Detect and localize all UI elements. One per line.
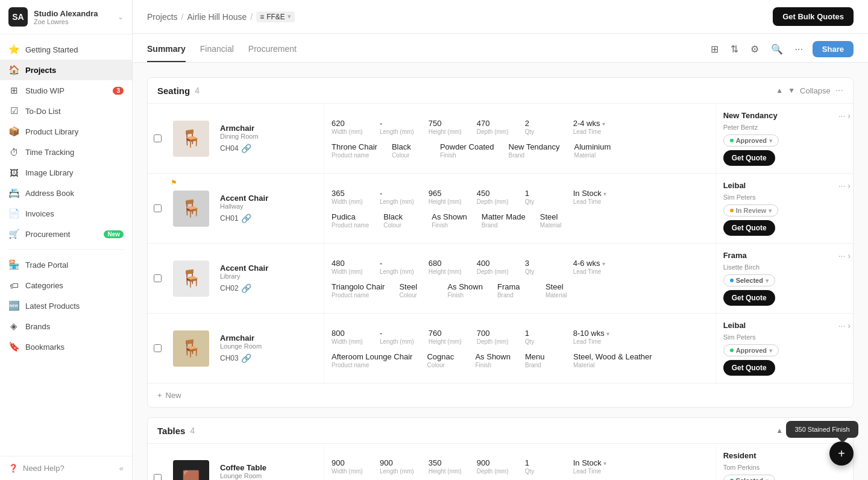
brands-icon: ◈: [8, 321, 19, 332]
tab-procurement[interactable]: Procurement: [248, 37, 297, 62]
row-checkbox[interactable]: [154, 204, 162, 212]
length-label: Length (mm): [380, 338, 414, 345]
sidebar-item-bookmarks[interactable]: 🔖 Bookmarks: [0, 336, 132, 357]
sidebar-item-product-library[interactable]: 📦 Product Library: [0, 121, 132, 142]
sidebar-item-invoices[interactable]: 📄 Invoices: [0, 203, 132, 224]
product-link-icon[interactable]: 🔗: [241, 213, 251, 223]
row-select[interactable]: [148, 104, 167, 173]
qty-label: Qty: [525, 468, 559, 475]
detail-lead-time: 4-6 wks ▾ Lead Time: [566, 259, 614, 275]
get-bulk-quotes-button[interactable]: Get Bulk Quotes: [773, 7, 854, 26]
sidebar-item-to-do-list[interactable]: ☑ To-Do List: [0, 101, 132, 121]
search-button[interactable]: 🔍: [769, 41, 785, 57]
company-name: Studio Alexandra: [34, 9, 112, 18]
row-select[interactable]: [148, 244, 167, 313]
detail-height: 350 Height (mm): [421, 458, 470, 475]
row-more-button[interactable]: ···: [838, 321, 846, 330]
sidebar-header[interactable]: SA Studio Alexandra Zoe Lowres ⌄: [0, 0, 132, 34]
row-checkbox[interactable]: [154, 274, 162, 282]
view-toggle-button[interactable]: ⊞: [708, 41, 721, 57]
sidebar-item-getting-started[interactable]: ⭐ Getting Started: [0, 39, 132, 60]
sort-button[interactable]: ⇅: [728, 41, 741, 57]
add-new-button[interactable]: +New: [148, 384, 853, 407]
row-expand-button[interactable]: ›: [848, 111, 851, 121]
row-checkbox[interactable]: [154, 134, 162, 142]
detail-height: 965 Height (mm): [421, 189, 470, 205]
status-badge[interactable]: In Review ▾: [723, 204, 779, 216]
sidebar-item-latest-products[interactable]: 🆕 Latest Products: [0, 295, 132, 316]
sidebar-collapse-icon[interactable]: «: [119, 464, 124, 473]
sidebar-footer[interactable]: ❓ Need Help? «: [0, 456, 132, 480]
supplier-contact: Sim Peters: [723, 194, 756, 201]
lead-time-label: Lead Time: [573, 198, 607, 205]
filter-button[interactable]: ⚙: [748, 41, 761, 57]
get-quote-button[interactable]: Get Quote: [723, 150, 775, 166]
sidebar-item-image-library[interactable]: 🖼 Image Library: [0, 162, 132, 183]
detail-lead-time: In Stock ▾ Lead Time: [566, 458, 614, 475]
section-dropdown-icon[interactable]: ▾: [288, 13, 291, 21]
status-badge[interactable]: Selected ▾: [723, 274, 775, 286]
breadcrumb-project[interactable]: Airlie Hill House: [187, 12, 247, 22]
height-value: 680: [429, 259, 462, 268]
detail-length: 900 Length (mm): [373, 458, 421, 475]
row-more-button[interactable]: ···: [838, 251, 846, 261]
sidebar-item-studio-wip[interactable]: ⊞ Studio WIP 3: [0, 80, 132, 101]
row-expand-button[interactable]: ›: [848, 181, 851, 191]
product-link-icon[interactable]: 🔗: [241, 144, 251, 153]
section-down-button[interactable]: ▼: [788, 86, 795, 95]
row-checkbox[interactable]: [154, 344, 162, 352]
row-select[interactable]: [148, 314, 167, 383]
product-details: 365 Width (mm) - Length (mm) 965 Height …: [324, 174, 715, 243]
row-select[interactable]: [148, 444, 167, 480]
bookmarks-label: Bookmarks: [25, 343, 64, 352]
row-more-button[interactable]: ···: [838, 111, 846, 121]
tab-summary[interactable]: Summary: [147, 37, 186, 62]
sidebar-item-projects[interactable]: 🏠 Projects: [0, 60, 132, 80]
product-image: 🪑: [167, 104, 215, 173]
get-quote-button[interactable]: Get Quote: [723, 220, 775, 236]
status-dot: [730, 349, 734, 352]
product-library-label: Product Library: [25, 127, 78, 136]
product-link-icon[interactable]: 🔗: [241, 283, 251, 293]
tab-financial[interactable]: Financial: [200, 37, 234, 62]
address-book-label: Address Book: [25, 189, 74, 198]
detail-height: 750 Height (mm): [421, 119, 470, 135]
depth-value: 700: [477, 329, 511, 338]
status-badge[interactable]: Approved ▾: [723, 134, 779, 147]
status-badge[interactable]: Approved ▾: [723, 344, 779, 356]
sidebar-item-time-tracking[interactable]: ⏱ Time Tracking: [0, 142, 132, 162]
width-label: Width (mm): [332, 128, 365, 135]
breadcrumb-projects[interactable]: Projects: [147, 12, 178, 22]
row-checkbox[interactable]: [154, 474, 162, 480]
row-select[interactable]: [148, 174, 167, 243]
tabs-bar: SummaryFinancialProcurement ⊞ ⇅ ⚙ 🔍 ··· …: [133, 34, 868, 63]
sidebar-item-categories[interactable]: 🏷 Categories: [0, 275, 132, 295]
get-quote-button[interactable]: Get Quote: [723, 290, 775, 306]
product-link-icon[interactable]: 🔗: [241, 353, 251, 363]
more-options-button[interactable]: ···: [793, 42, 805, 57]
section-more-button[interactable]: ···: [835, 85, 843, 96]
detail-lead-time: In Stock ▾ Lead Time: [566, 189, 614, 205]
brand-value: Menu: [525, 352, 559, 361]
colour-label: Colour: [427, 362, 461, 368]
row-expand-button[interactable]: ›: [848, 251, 851, 261]
sidebar-item-brands[interactable]: ◈ Brands: [0, 316, 132, 336]
pname-label: Product name: [332, 292, 385, 298]
section-header-seating: Seating 4 ▲ ▼ Collapse ···: [148, 78, 853, 104]
row-more-button[interactable]: ···: [838, 181, 846, 191]
sidebar-item-procurement[interactable]: 🛒 Procurement New: [0, 224, 132, 244]
section-up-button[interactable]: ▲: [776, 426, 783, 435]
product-location: Lounge Room: [220, 472, 319, 479]
status-badge[interactable]: Selected ▾: [723, 475, 775, 480]
floating-add-button[interactable]: +: [829, 441, 854, 466]
sidebar-item-address-book[interactable]: 📇 Address Book: [0, 183, 132, 203]
collapse-button[interactable]: Collapse: [800, 86, 831, 95]
section-icon-char: ≡: [260, 13, 264, 21]
section-up-button[interactable]: ▲: [776, 86, 783, 95]
invoices-label: Invoices: [25, 209, 54, 218]
sidebar-item-trade-portal[interactable]: 🏪 Trade Portal: [0, 254, 132, 275]
share-button[interactable]: Share: [813, 41, 854, 57]
address-book-icon: 📇: [8, 188, 19, 198]
get-quote-button[interactable]: Get Quote: [723, 360, 775, 376]
row-expand-button[interactable]: ›: [848, 321, 851, 330]
